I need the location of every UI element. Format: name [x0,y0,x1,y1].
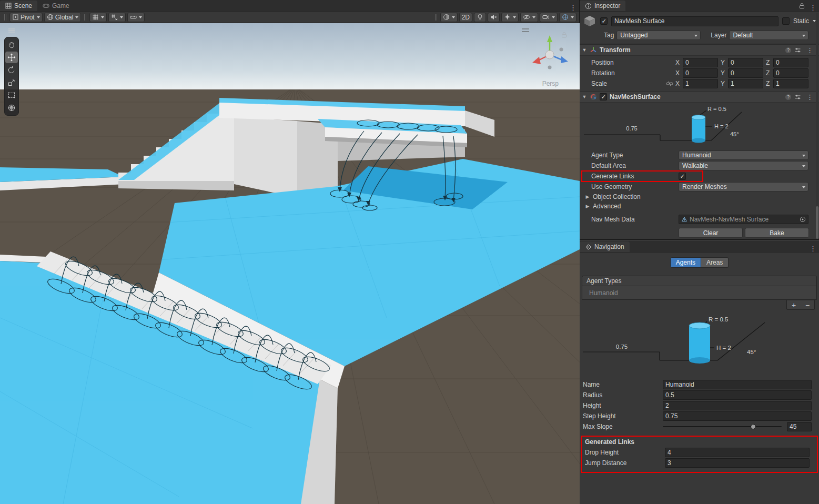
radius-field[interactable] [663,390,812,400]
position-z-field[interactable] [773,58,808,67]
gameobject-active-checkbox[interactable] [600,17,608,25]
help-icon[interactable]: ? [785,47,792,54]
scene-viewport[interactable]: Persp [0,23,580,504]
rect-tool[interactable] [5,89,18,101]
component-enabled-checkbox[interactable] [600,93,607,100]
scene-visibility-dropdown[interactable] [520,13,538,22]
navmeshsurface-title: NavMeshSurface [610,93,661,100]
bake-button[interactable]: Bake [745,228,809,238]
effects-dropdown[interactable] [501,13,519,22]
object-collection-foldout[interactable]: ▶ Object Collection [580,192,819,201]
agent-types-header: Agent Types [582,276,816,286]
rotation-x-field[interactable] [683,68,718,78]
move-tool[interactable] [5,52,18,63]
navmeshsurface-menu-icon[interactable]: ⋮ [804,94,816,100]
rect-icon [7,91,16,99]
generated-links-section: Generated Links Drop Height Jump Distanc… [581,436,818,473]
foldout-open-icon[interactable]: ▼ [582,47,587,53]
jump-distance-field[interactable] [665,458,810,468]
slider-thumb[interactable] [751,424,756,429]
agent-type-list-item[interactable]: Humanoid [582,286,816,299]
generate-links-label: Generate Links [591,173,679,180]
tab-game[interactable]: Game [37,1,75,11]
toolbar-drag-handle[interactable] [84,14,86,21]
rotation-z-field[interactable] [773,68,808,78]
scale-z-field[interactable] [773,79,808,88]
scale-x-field[interactable] [683,79,718,88]
scale-y-field[interactable] [728,79,763,88]
diagram-slope-label: 45° [747,349,756,355]
height-field[interactable] [663,401,812,410]
draw-mode-dropdown[interactable] [440,13,458,22]
clear-button[interactable]: Clear [679,228,743,238]
tab-navigation[interactable]: Navigation [580,241,630,252]
transform-menu-icon[interactable]: ⋮ [804,47,816,54]
step-height-field[interactable] [663,411,812,421]
global-dropdown[interactable]: Global [44,13,82,22]
max-slope-field[interactable] [787,422,812,431]
foldout-closed-icon: ▶ [585,194,590,199]
add-agent-type-button[interactable]: + [787,300,801,309]
tab-inspector[interactable]: Inspector [580,1,625,11]
scene-window-menu-icon[interactable]: ⋮ [567,4,579,11]
toolbar-drag-handle[interactable] [4,14,6,21]
max-slope-slider[interactable] [663,422,782,431]
rotate-tool[interactable] [5,64,18,76]
scale-tool[interactable] [5,77,18,88]
presets-icon[interactable] [794,94,801,100]
mesh-asset-icon [681,216,687,223]
agents-tab[interactable]: Agents [670,257,701,268]
pivot-dropdown[interactable]: Pivot [9,13,43,22]
static-checkbox[interactable] [782,17,790,25]
inspector-menu-icon[interactable]: ⋮ [807,4,819,11]
inspector-scrollbar[interactable] [816,13,818,236]
navigation-menu-icon[interactable]: ⋮ [807,245,819,252]
position-x-field[interactable] [683,58,718,67]
gizmos-dropdown[interactable] [559,13,577,22]
layer-dropdown[interactable]: Default [729,31,808,40]
toolbar-drag-handle[interactable] [435,14,437,21]
rotation-y-field[interactable] [728,68,763,78]
scene-lighting-toggle[interactable] [474,13,486,22]
areas-tab[interactable]: Areas [701,257,729,268]
grid-snap-increment-button[interactable] [127,13,145,22]
foldout-open-icon[interactable]: ▼ [582,94,587,99]
slider-track[interactable] [663,426,782,427]
remove-agent-type-button[interactable]: − [801,300,814,309]
name-field[interactable] [663,380,812,389]
agent-type-dropdown[interactable]: Humanoid [679,150,808,160]
transform-header[interactable]: ▼ Transform ? ⋮ [580,44,819,56]
constrain-proportions-icon[interactable] [666,80,673,87]
use-geometry-dropdown[interactable]: Render Meshes [679,182,808,191]
advanced-foldout[interactable]: ▶ Advanced [580,201,819,211]
scene-toolbar: Pivot Global [0,12,579,23]
default-area-dropdown[interactable]: Walkable [679,161,808,170]
projection-mode-label[interactable]: Persp [542,80,559,87]
inspector-lock-icon[interactable] [797,1,807,11]
snap-settings-button[interactable] [108,13,126,22]
help-icon[interactable]: ? [785,94,792,100]
tool-palette-menu-icon[interactable] [4,26,19,35]
generate-links-checkbox[interactable] [679,173,686,180]
snap-grid-icon [111,14,118,21]
grid-visibility-button[interactable] [89,13,107,22]
object-picker-icon[interactable] [800,216,806,223]
agent-settings-diagram: 0.75 R = 0.5 H = 2 45° [580,103,819,148]
jump-distance-label: Jump Distance [585,459,665,467]
scene-audio-toggle[interactable] [488,13,500,22]
nav-mesh-data-object-field[interactable]: NavMesh-NavMesh Surface [679,215,808,224]
drop-height-field[interactable] [665,448,810,457]
tag-dropdown[interactable]: Untagged [616,31,701,40]
presets-icon[interactable] [794,47,801,54]
navmeshsurface-header[interactable]: ▼ NavMeshSurface ? ⋮ [580,91,819,103]
hand-tool[interactable] [5,39,18,51]
scene-orientation-gizmo[interactable] [524,29,574,79]
scene-camera-dropdown[interactable] [540,13,558,22]
transform-tool[interactable] [5,102,18,114]
position-y-field[interactable] [728,58,763,67]
scrollbar-thumb[interactable] [816,206,818,239]
agent-types-list: Agent Types Humanoid [582,276,817,300]
tab-scene[interactable]: Scene [0,1,37,11]
gameobject-name-field[interactable] [611,16,778,26]
2d-view-toggle[interactable]: 2D [459,13,472,22]
